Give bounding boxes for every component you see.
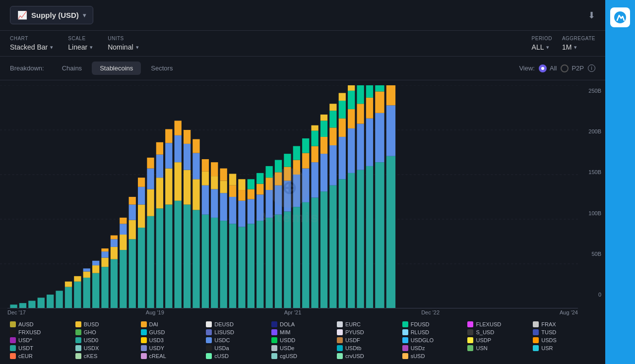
legend-color (141, 345, 147, 351)
legend-color (206, 353, 212, 359)
legend-label: USDGLO (411, 337, 434, 343)
chart-svg (0, 85, 578, 308)
svg-rect-110 (302, 202, 309, 308)
legend-item: USDz (402, 345, 465, 351)
svg-rect-25 (101, 248, 108, 251)
units-select[interactable]: Nominal ▾ (108, 43, 138, 51)
chart-icon: 📈 (17, 10, 27, 20)
svg-rect-136 (348, 109, 355, 128)
legend-item: cREAL (141, 353, 203, 359)
svg-rect-34 (129, 239, 136, 308)
legend-item: USDC (206, 337, 268, 343)
legend-item: USDS (533, 337, 595, 343)
chart-select[interactable]: Stacked Bar ▾ (10, 43, 53, 51)
legend-color (141, 329, 147, 335)
svg-rect-135 (348, 128, 355, 173)
legend-item: USDX (75, 345, 138, 351)
download-button[interactable]: ⬇ (588, 10, 595, 21)
svg-rect-129 (339, 179, 346, 308)
svg-rect-52 (165, 143, 172, 168)
legend-label: GHO (84, 329, 96, 335)
svg-rect-85 (238, 179, 245, 190)
breakdown-label: Breakdown: (10, 64, 44, 72)
view-p2p-radio[interactable]: P2P (561, 64, 584, 72)
svg-rect-115 (311, 162, 318, 197)
svg-rect-98 (275, 215, 282, 308)
tab-chains[interactable]: Chains (54, 61, 90, 75)
legend-label: sUSD (411, 353, 425, 359)
svg-rect-84 (238, 190, 245, 201)
info-icon[interactable]: i (588, 64, 595, 72)
view-all-radio[interactable]: All (539, 64, 557, 72)
legend-label: USDtb (345, 345, 361, 351)
svg-rect-123 (320, 115, 327, 121)
svg-rect-91 (256, 194, 263, 221)
svg-rect-132 (339, 101, 346, 119)
legend-color (402, 329, 408, 335)
svg-rect-40 (138, 187, 145, 205)
legend-label: MIM (280, 329, 290, 335)
legend-color (271, 329, 277, 335)
svg-rect-55 (175, 162, 182, 201)
title-button[interactable]: 📈 Supply (USD) ▾ (10, 6, 93, 24)
scale-select[interactable]: Linear ▾ (68, 43, 93, 51)
svg-rect-37 (129, 197, 136, 205)
legend-item: S_USD (467, 329, 530, 335)
legend-label: USD* (18, 337, 32, 343)
legend-color (75, 329, 81, 335)
svg-rect-149 (375, 162, 384, 308)
legend-color (141, 337, 147, 343)
legend-color (75, 321, 81, 327)
svg-rect-49 (156, 142, 163, 155)
legend-item: USDT (10, 345, 72, 351)
legend-color (10, 329, 16, 335)
y-label-150b: 150B (588, 169, 601, 175)
period-select[interactable]: ALL ▾ (532, 43, 552, 51)
legend-color (141, 321, 147, 327)
svg-rect-61 (184, 130, 190, 144)
svg-rect-104 (284, 167, 291, 181)
legend-label: FLEXUSD (476, 321, 501, 327)
legend-color (141, 353, 147, 359)
svg-rect-30 (120, 250, 127, 308)
legend-color (271, 337, 277, 343)
svg-rect-106 (293, 207, 300, 308)
aggregate-select[interactable]: 1M ▾ (562, 43, 595, 51)
svg-rect-47 (156, 178, 163, 208)
legend-item: USDY (141, 345, 203, 351)
tab-sectors[interactable]: Sectors (143, 61, 181, 75)
legend-color (206, 337, 212, 343)
svg-rect-35 (129, 220, 136, 240)
svg-rect-68 (202, 172, 209, 185)
svg-rect-109 (293, 146, 300, 160)
legend-label: USDF (345, 337, 360, 343)
period-value: ALL (532, 43, 544, 51)
svg-rect-107 (293, 175, 300, 207)
legend-color (337, 337, 343, 343)
svg-rect-60 (184, 144, 190, 170)
legend-label: cKES (84, 353, 98, 359)
page-title: Supply (USD) (31, 11, 79, 19)
x-label-dec17: Dec '17 (7, 309, 26, 315)
svg-rect-72 (211, 176, 218, 189)
svg-rect-73 (211, 162, 218, 176)
legend-item: FRXUSD (10, 329, 72, 335)
legend-label: crvUSD (345, 353, 364, 359)
legend-color (533, 321, 539, 327)
svg-rect-83 (238, 201, 245, 227)
controls-bar: CHART Stacked Bar ▾ SCALE Linear ▾ UNITS… (0, 31, 605, 57)
svg-rect-141 (357, 104, 364, 123)
svg-rect-53 (165, 129, 172, 143)
aggregate-control: AGGREGATE 1M ▾ (562, 36, 595, 51)
x-label-aug19: Aug '19 (146, 309, 164, 315)
view-all-label: All (550, 64, 557, 72)
chevron-down-icon: ▾ (136, 44, 139, 51)
svg-rect-92 (256, 184, 263, 195)
logo-icon (613, 10, 627, 24)
legend-item: FDUSD (402, 321, 465, 327)
tab-stablecoins[interactable]: Stablecoins (92, 61, 141, 75)
svg-rect-12 (65, 287, 72, 308)
chart-container: ⊕ Artemis (0, 85, 578, 308)
svg-rect-16 (83, 278, 90, 308)
legend-color (402, 353, 408, 359)
